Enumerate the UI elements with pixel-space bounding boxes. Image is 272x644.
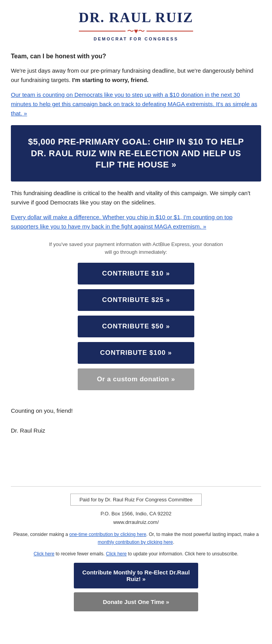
footer-address: P.O. Box 1566, Indio, CA 92202 www.drrau… bbox=[11, 510, 261, 527]
link2[interactable]: Every dollar will make a difference. Whe… bbox=[11, 214, 232, 230]
link2-para: Every dollar will make a difference. Whe… bbox=[11, 213, 261, 231]
header: DR. RAUL RUIZ 〜♥〜 DEMOCRAT FOR CONGRESS bbox=[0, 0, 272, 45]
opening-line: Team, can I be honest with you? bbox=[11, 53, 261, 60]
link1-para: Our team is counting on Democrats like y… bbox=[11, 90, 261, 118]
actblue-notice: If you've saved your payment information… bbox=[11, 241, 261, 256]
legal-mid: . Or, to make the most powerful lasting … bbox=[146, 532, 258, 537]
contribute-10-button[interactable]: CONTRIBUTE $10 » bbox=[78, 263, 194, 284]
closing-line1: Counting on you, friend! bbox=[11, 406, 261, 416]
legal-end: . bbox=[173, 539, 174, 545]
main-content: Team, can I be honest with you? We're ju… bbox=[0, 45, 272, 399]
custom-donation-button[interactable]: Or a custom donation » bbox=[78, 368, 194, 390]
contribute-25-button[interactable]: CONTRIBUTE $25 » bbox=[78, 289, 194, 311]
logo-line-left bbox=[79, 31, 126, 31]
cta-banner[interactable]: $5,000 PRE-PRIMARY GOAL: CHIP IN $10 TO … bbox=[11, 125, 261, 182]
closing: Counting on you, friend! Dr. Raul Ruiz bbox=[0, 399, 272, 440]
unsubscribe-part2: to receive fewer emails. bbox=[54, 551, 106, 557]
page-wrapper: DR. RAUL RUIZ 〜♥〜 DEMOCRAT FOR CONGRESS … bbox=[0, 0, 272, 623]
spacer bbox=[0, 440, 272, 486]
para1: We're just days away from our pre-primar… bbox=[11, 66, 261, 85]
address-line2: www.drraulruiz.com/ bbox=[11, 518, 261, 527]
para2: This fundraising deadline is critical to… bbox=[11, 188, 261, 207]
footer: Paid for by Dr. Raul Ruiz For Congress C… bbox=[0, 487, 272, 623]
cta-banner-text: $5,000 PRE-PRIMARY GOAL: CHIP IN $10 TO … bbox=[23, 136, 249, 171]
para1-bold: I'm starting to worry, friend. bbox=[70, 77, 148, 83]
paid-for-box: Paid for by Dr. Raul Ruiz For Congress C… bbox=[70, 494, 201, 506]
unsubscribe-part4: to update your information. Click here t… bbox=[127, 551, 238, 557]
logo-line-right bbox=[146, 31, 193, 31]
contribute-100-button[interactable]: CONTRIBUTE $100 » bbox=[78, 342, 194, 364]
contribute-50-button[interactable]: CONTRIBUTE $50 » bbox=[78, 316, 194, 337]
footer-legal: Please, consider making a one-time contr… bbox=[11, 531, 261, 546]
logo-divider-row: 〜♥〜 bbox=[8, 26, 264, 36]
contribute-monthly-button[interactable]: Contribute Monthly to Re-Elect Dr.Raul R… bbox=[74, 563, 198, 588]
footer-links-line: Click here to receive fewer emails. Clic… bbox=[11, 551, 261, 557]
donate-once-button[interactable]: Donate Just One Time » bbox=[74, 592, 198, 611]
paid-for-text: Paid for by Dr. Raul Ruiz For Congress C… bbox=[79, 497, 192, 503]
legal-link2[interactable]: monthly contribution by clicking here bbox=[98, 539, 173, 545]
logo-subtitle: DEMOCRAT FOR CONGRESS bbox=[8, 37, 264, 41]
legal-link1[interactable]: one-time contribution by clicking here bbox=[69, 532, 146, 537]
heartbeat-icon: 〜♥〜 bbox=[127, 26, 145, 36]
link1[interactable]: Our team is counting on Democrats like y… bbox=[11, 91, 257, 117]
update-info-link[interactable]: Click here bbox=[106, 551, 127, 557]
closing-line2: Dr. Raul Ruiz bbox=[11, 426, 261, 436]
logo-name: DR. RAUL RUIZ bbox=[8, 9, 264, 26]
address-line1: P.O. Box 1566, Indio, CA 92202 bbox=[11, 510, 261, 518]
actblue-section: If you've saved your payment information… bbox=[11, 241, 261, 390]
fewer-emails-link[interactable]: Click here bbox=[34, 551, 54, 557]
legal-pre: Please, consider making a bbox=[13, 532, 69, 537]
